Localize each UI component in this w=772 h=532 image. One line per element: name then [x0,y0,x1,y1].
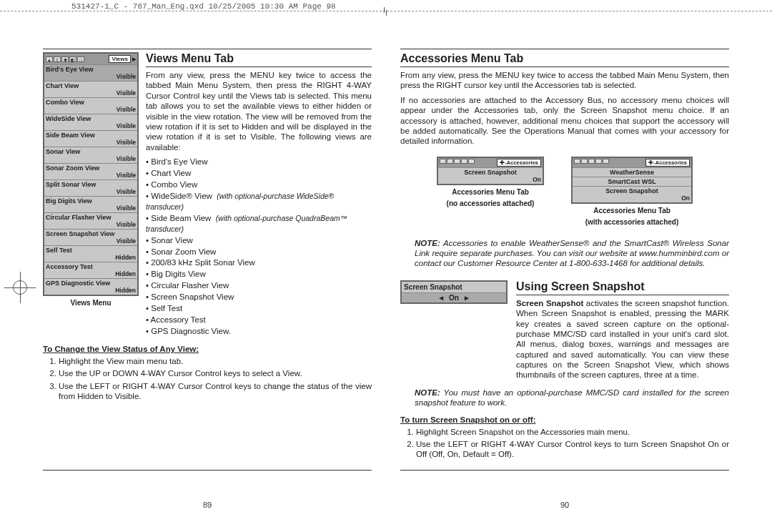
screen-snapshot-setting: Screen Snapshot ◄ On ► [400,280,508,304]
acc-menu-empty: ✚-Accessories Screen Snapshot On [437,157,544,185]
views-menu-figure: ▲≡✚◧□ Views ▶ Bird's Eye View Visible Ch… [43,52,139,338]
snapshot-steps: Highlight Screen Snapshot on the Accesso… [416,427,729,460]
views-heading: Views Menu Tab [146,52,372,65]
accessories-note: NOTE: Accessories to enable WeatherSense… [415,238,729,269]
acc-menu-attached-figure: ✚-Accessories WeatherSense SmartCast WSL… [571,157,693,227]
change-view-subhead: To Change the View Status of Any View: [43,345,372,353]
views-menu-caption: Views Menu [43,299,139,307]
page-number-right: 90 [400,496,729,509]
page-number-left: 89 [43,496,372,509]
snapshot-heading: Using Screen Snapshot [516,280,729,293]
acc-menu-empty-figure: ✚-Accessories Screen Snapshot On Accesso… [437,157,544,208]
page-right: Accessories Menu Tab From any view, pres… [400,49,729,506]
accessories-heading: Accessories Menu Tab [400,52,729,65]
views-bullets: Bird's Eye View Chart View Combo View Wi… [146,157,372,337]
change-view-steps: Highlight the View main menu tab. Use th… [59,356,372,402]
acc-menu-attached: ✚-Accessories WeatherSense SmartCast WSL… [571,157,693,204]
accessories-para-1: From any view, press the MENU key twice … [400,70,729,91]
snapshot-subhead: To turn Screen Snapshot on or off: [400,415,729,424]
registration-mark [4,272,36,303]
page-left: ▲≡✚◧□ Views ▶ Bird's Eye View Visible Ch… [43,49,372,506]
accessories-para-2: If no accessories are attached to the Ac… [400,95,729,147]
snapshot-para: Screen Snapshot activates the screen sna… [516,298,729,380]
crop-info: 531427-1_C - 767_Man_Eng.qxd 10/25/2005 … [71,2,336,11]
crop-tick [386,10,387,16]
views-menu-screenshot: ▲≡✚◧□ Views ▶ Bird's Eye View Visible Ch… [43,52,139,296]
left-arrow-icon: ◄ [437,294,445,302]
snapshot-note: NOTE: You must have an optional-purchase… [415,388,729,408]
right-arrow-icon: ► [463,294,470,302]
views-intro: From any view, press the MENU key twice … [146,70,372,152]
